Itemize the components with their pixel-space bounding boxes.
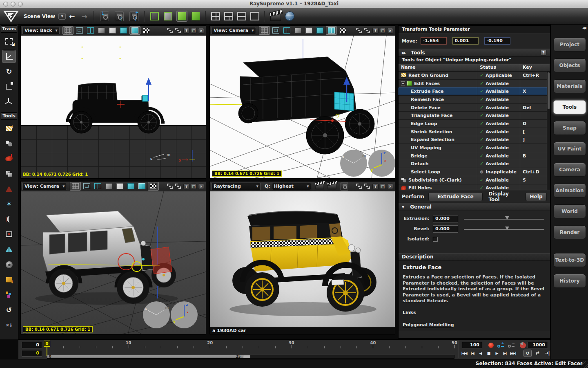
quality-selector[interactable]: Highest ▼ xyxy=(272,183,311,190)
display-wireframe[interactable] xyxy=(74,27,85,34)
tool-row-uv-mapping[interactable]: UV Mapping✓Available xyxy=(399,144,550,152)
display-shaded[interactable] xyxy=(104,182,114,190)
rail-button-world[interactable]: World xyxy=(553,204,586,218)
pivot-tool[interactable] xyxy=(2,95,16,108)
display-wire-teal[interactable] xyxy=(93,182,103,190)
collapse-expander-icon[interactable]: − xyxy=(401,81,405,85)
frame-selection-icon[interactable] xyxy=(364,28,370,33)
maximize-button[interactable]: □ xyxy=(380,184,386,189)
move-y-field[interactable]: 0.001 xyxy=(452,37,479,45)
select-tool[interactable] xyxy=(2,35,16,48)
tool-row-delete-face[interactable]: Delete Face✓AvailableDel xyxy=(399,104,550,112)
frame-selection-icon[interactable] xyxy=(175,28,181,33)
tool-row-edge-loop[interactable]: Edge Loop✓AvailableD xyxy=(399,120,550,128)
rail-button-tools[interactable]: Tools xyxy=(553,100,586,114)
tool-row-fill-holes[interactable]: Fill Holes✓Available xyxy=(399,184,550,190)
maximize-button[interactable]: □ xyxy=(191,184,197,189)
rail-button-render[interactable]: Render xyxy=(553,225,586,239)
record-icon[interactable] xyxy=(488,343,494,348)
display-textured[interactable] xyxy=(338,27,348,34)
mirror-tool[interactable] xyxy=(2,243,16,256)
maximize-button[interactable]: □ xyxy=(191,28,197,34)
help-button[interactable]: Help xyxy=(526,192,547,201)
cube-vertex-mode-icon[interactable] xyxy=(149,11,160,21)
save-up-icon[interactable]: ↑ xyxy=(115,11,124,21)
sort-tool[interactable]: ✕↓ xyxy=(2,319,16,332)
display-flat[interactable] xyxy=(115,182,125,190)
display-solid-wire[interactable] xyxy=(129,26,140,35)
playhead-flag[interactable]: 0 xyxy=(44,341,50,347)
move-tool[interactable] xyxy=(2,50,16,63)
rail-button-history[interactable]: History xyxy=(553,274,586,288)
help-button[interactable]: ? xyxy=(372,28,379,34)
tool-row-bridge[interactable]: Bridge✓AvailableB xyxy=(399,152,550,160)
column-name[interactable]: Name xyxy=(399,64,477,71)
render-log-icon[interactable] xyxy=(364,184,370,189)
close-button[interactable]: × xyxy=(198,184,204,189)
save-down-icon[interactable]: ↓ xyxy=(100,11,109,21)
display-flat[interactable] xyxy=(107,27,118,34)
bend-tool[interactable] xyxy=(2,213,16,226)
cube-object-mode-icon[interactable] xyxy=(191,11,201,21)
layout-three-icon[interactable] xyxy=(224,12,233,20)
display-solid[interactable] xyxy=(118,27,129,34)
uv-unwrap-tool[interactable]: ✶ xyxy=(2,197,16,211)
rail-button-objects[interactable]: Objects xyxy=(553,58,586,72)
play-once-button[interactable]: →| xyxy=(543,350,551,357)
tools-section-header[interactable]: ▶▶ Tools ? xyxy=(399,49,550,57)
viewport-back-canvas[interactable]: s m x BB: 0.14 0.671 0.726 Grid: 1 xyxy=(21,36,206,178)
display-wireframe[interactable] xyxy=(271,27,281,34)
help-button[interactable]: ? xyxy=(372,184,379,189)
perform-tool-button[interactable]: Extrude Face xyxy=(428,192,483,201)
replace-tool[interactable]: ↺ xyxy=(2,303,16,316)
frame-selection-icon[interactable] xyxy=(175,184,181,189)
layout-two-icon[interactable] xyxy=(237,12,246,20)
fps-field[interactable]: 100 xyxy=(462,342,482,348)
viewport-raytracing-canvas[interactable]: a 1930AD car xyxy=(210,191,395,334)
publish-web-icon[interactable] xyxy=(285,11,294,21)
tool-row-detach[interactable]: Detach✓Available xyxy=(399,160,550,168)
scale-tool[interactable] xyxy=(2,80,16,93)
tool-row-expand-selection[interactable]: Expand Selection✓Available] xyxy=(399,136,550,144)
next-keyframe-button[interactable]: ▶| xyxy=(501,350,508,357)
layout-quad-icon[interactable] xyxy=(211,12,220,20)
rail-button-materials[interactable]: Materials xyxy=(553,79,586,93)
rail-button-animation[interactable]: Animation xyxy=(553,184,586,197)
polygonal-modelling-link[interactable]: Polygonal Modelling xyxy=(403,322,454,328)
extrusion-field[interactable]: 0.000 xyxy=(433,215,458,222)
move-x-field[interactable]: -1.654 xyxy=(421,37,447,45)
fill-holes-tool[interactable] xyxy=(2,152,16,165)
extrusion-slider[interactable] xyxy=(464,215,546,222)
save-add-icon[interactable]: +↑ xyxy=(129,11,138,21)
cube-edge-mode-icon[interactable] xyxy=(163,11,173,21)
render-icon[interactable] xyxy=(270,13,281,21)
view-selector[interactable]: View: Camera ▼ xyxy=(22,183,67,190)
timeline-scrollbar[interactable]: 0 25 xyxy=(47,355,454,359)
loop-button[interactable]: ↺ xyxy=(523,350,532,357)
subdivision-tool[interactable] xyxy=(2,137,16,150)
display-shaded[interactable] xyxy=(96,27,107,34)
scene-view-dropdown[interactable]: ▼ xyxy=(58,13,66,20)
render-animation-icon[interactable] xyxy=(327,183,336,189)
render-settings-icon[interactable] xyxy=(356,184,362,189)
viewport-camera-bottom-canvas[interactable]: s m z y x BB: 0.14 0.671 0.726 Grid: 1 xyxy=(21,191,206,334)
total-frames-field[interactable]: 1000 xyxy=(528,342,548,348)
view-selector[interactable]: View: Camera ▼ xyxy=(212,27,256,34)
render-mode-selector[interactable]: Raytracing ▼ xyxy=(212,183,261,190)
grid-toggle[interactable] xyxy=(62,26,74,35)
remove-keyframe-icon[interactable]: − xyxy=(508,342,515,348)
maximize-button[interactable]: □ xyxy=(380,28,386,34)
general-section-header[interactable]: ▼ General xyxy=(399,203,550,211)
rail-button-text-to-3d[interactable]: Text-to-3D xyxy=(553,253,586,267)
rotate-tool[interactable]: ↻ xyxy=(2,65,16,78)
forward-icon[interactable]: → xyxy=(81,12,87,20)
column-key[interactable]: Key xyxy=(520,64,550,71)
bevel-field[interactable]: 0.000 xyxy=(433,225,458,233)
display-wire-teal[interactable] xyxy=(282,27,292,34)
add-keyframe-icon[interactable]: + xyxy=(497,342,504,348)
scroll-thumb-handle[interactable] xyxy=(243,355,250,358)
save-render-icon[interactable] xyxy=(340,182,348,190)
render-still-icon[interactable] xyxy=(315,183,324,189)
move-z-field[interactable]: -0.190 xyxy=(484,37,510,45)
stop-button[interactable]: ■ xyxy=(485,350,492,357)
